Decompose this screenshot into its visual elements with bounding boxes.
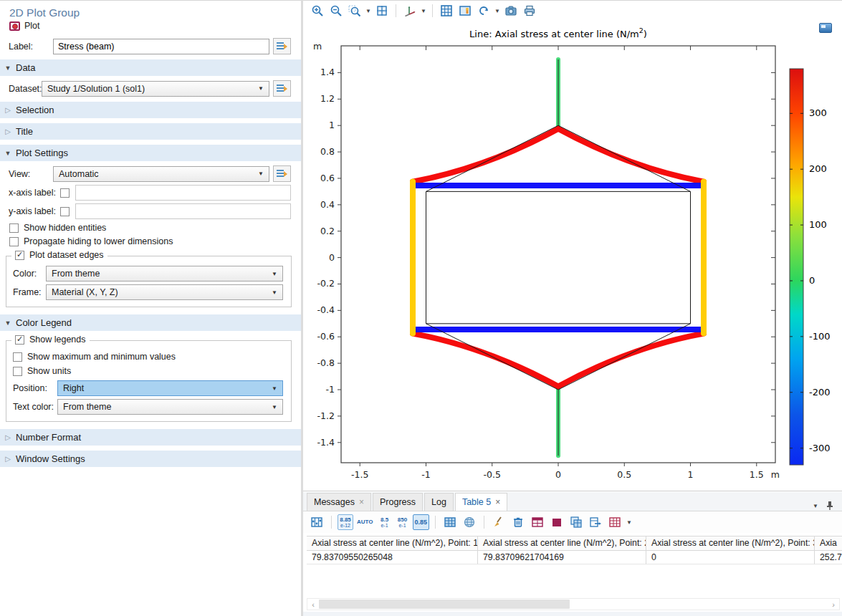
- full-precision-icon[interactable]: [441, 514, 459, 531]
- stress-plot-canvas[interactable]: Line: Axial stress at center line (N/m2)…: [303, 21, 842, 492]
- position-label: Position:: [13, 383, 57, 393]
- show-hidden-checkbox[interactable]: [9, 223, 19, 233]
- svg-text:-300: -300: [809, 443, 831, 453]
- show-units-label: Show units: [27, 366, 71, 376]
- section-plot-settings[interactable]: ▼ Plot Settings: [0, 145, 301, 161]
- display-precision-icon[interactable]: 0.85: [413, 514, 430, 530]
- svg-text:0.8: 0.8: [320, 146, 335, 157]
- tab-messages[interactable]: Messages ×: [307, 493, 371, 511]
- delete-table-icon[interactable]: [509, 514, 527, 531]
- svg-text:-1: -1: [326, 384, 335, 395]
- add-to-table-icon[interactable]: [529, 514, 546, 531]
- section-window-settings[interactable]: ▷ Window Settings: [0, 451, 301, 467]
- show-hidden-label: Show hidden entities: [24, 223, 106, 233]
- tab-progress[interactable]: Progress: [373, 493, 423, 511]
- dataset-combo[interactable]: Study 1/Solution 1 (sol1) ▼: [42, 81, 269, 97]
- go-to-view-button[interactable]: [273, 165, 291, 182]
- grid-icon[interactable]: [438, 2, 455, 19]
- dataset-label: Dataset:: [9, 84, 42, 94]
- table-cell[interactable]: 79.83709621704169: [478, 551, 646, 564]
- tab-list-chevron-icon[interactable]: ▼: [812, 503, 819, 509]
- tab-table5[interactable]: Table 5 ×: [455, 493, 507, 511]
- close-icon[interactable]: ×: [495, 497, 500, 507]
- export-table-icon[interactable]: [587, 514, 604, 531]
- zoom-in-icon[interactable]: [309, 2, 326, 19]
- decimal-notation-icon[interactable]: 8.5 e-1: [377, 514, 393, 530]
- scientific-notation-icon[interactable]: 8.85 e-12: [338, 514, 353, 530]
- close-icon[interactable]: ×: [359, 497, 364, 507]
- settings-panel: 2D Plot Group Plot Label: ▼ Data Dataset…: [0, 0, 301, 616]
- chevron-down-icon[interactable]: ▼: [494, 8, 501, 14]
- legend-toggle-icon[interactable]: [456, 2, 474, 19]
- edge-color-combo[interactable]: From theme ▼: [46, 266, 283, 281]
- propagate-checkbox[interactable]: [9, 237, 19, 246]
- list-arrow-icon: [277, 169, 287, 178]
- auto-notation-icon[interactable]: AUTO: [355, 514, 375, 530]
- expand-icon: ▷: [0, 433, 16, 441]
- frame-combo[interactable]: Material (X, Y, Z) ▼: [46, 284, 283, 300]
- zoom-extents-icon[interactable]: [373, 2, 391, 19]
- dataset-edges-label: Plot dataset edges: [29, 250, 104, 260]
- chevron-down-icon[interactable]: ▼: [365, 8, 372, 14]
- chevron-down-icon[interactable]: ▼: [420, 8, 427, 14]
- svg-text:m: m: [771, 469, 780, 480]
- clear-table-icon[interactable]: [490, 514, 507, 531]
- color-cell-icon[interactable]: [548, 514, 565, 531]
- print-icon[interactable]: [521, 2, 538, 19]
- rename-button[interactable]: [273, 38, 291, 54]
- scrollbar-thumb[interactable]: [319, 600, 570, 609]
- column-header[interactable]: Axial stress at center line (N/m^2), Poi…: [646, 536, 815, 551]
- show-units-checkbox[interactable]: [13, 367, 22, 376]
- table-cell[interactable]: 79.83709550265048: [307, 551, 478, 564]
- dataset-edges-checkbox[interactable]: [15, 251, 24, 260]
- view-orientation-icon[interactable]: [401, 2, 418, 19]
- engineering-notation-icon[interactable]: 850 e-1: [395, 514, 411, 530]
- y-axis-label-checkbox[interactable]: [60, 207, 70, 216]
- tab-log[interactable]: Log: [424, 493, 454, 511]
- graphics-toolbar: ▼ ▼ ▼: [303, 1, 842, 21]
- go-to-source-button[interactable]: [273, 80, 291, 97]
- show-maxmin-checkbox[interactable]: [13, 352, 22, 362]
- scroll-left-icon[interactable]: ‹: [307, 600, 319, 609]
- section-selection[interactable]: ▷ Selection: [0, 102, 301, 118]
- legend-position-combo[interactable]: Right ▼: [57, 380, 283, 396]
- chevron-down-icon[interactable]: ▼: [626, 519, 633, 526]
- globe-icon[interactable]: [461, 514, 478, 531]
- section-color-legend[interactable]: ▼ Color Legend: [0, 314, 301, 331]
- undock-window-icon[interactable]: [819, 23, 832, 33]
- bottom-tab-bar: Messages × Progress Log Table 5 × ▼: [303, 492, 842, 511]
- label-input[interactable]: [53, 39, 269, 54]
- table-format-icon[interactable]: [606, 514, 623, 531]
- expand-icon: ▷: [0, 106, 16, 114]
- zoom-box-icon[interactable]: [346, 2, 363, 19]
- horizontal-scrollbar[interactable]: ‹ ›: [307, 598, 840, 610]
- chevron-down-icon: ▼: [272, 271, 277, 277]
- view-combo[interactable]: Automatic ▼: [53, 166, 269, 182]
- x-axis-label-input[interactable]: [75, 185, 291, 201]
- pin-icon[interactable]: [826, 501, 833, 511]
- text-color-label: Text color:: [13, 402, 57, 412]
- table-settings-icon[interactable]: [308, 514, 325, 531]
- snapshot-icon[interactable]: [502, 2, 520, 19]
- x-axis-label-checkbox[interactable]: [60, 188, 70, 198]
- zoom-out-icon[interactable]: [327, 2, 345, 19]
- plot-button[interactable]: Plot: [9, 21, 40, 31]
- table-cell[interactable]: 0: [646, 551, 815, 564]
- propagate-label: Propagate hiding to lower dimensions: [24, 236, 173, 246]
- table-cell[interactable]: 252.7: [815, 551, 842, 564]
- copy-table-icon[interactable]: [568, 514, 585, 531]
- show-legends-checkbox[interactable]: [15, 335, 24, 345]
- section-title[interactable]: ▷ Title: [0, 123, 301, 140]
- y-axis-label-input[interactable]: [75, 203, 291, 219]
- plot-refresh-icon[interactable]: [475, 2, 492, 19]
- show-maxmin-label: Show maximum and minimum values: [27, 352, 176, 362]
- column-header[interactable]: Axial stress at center line (N/m^2), Poi…: [478, 536, 646, 551]
- section-data[interactable]: ▼ Data: [0, 59, 301, 76]
- scroll-right-icon[interactable]: ›: [828, 600, 839, 609]
- column-header[interactable]: Axial stress at center line (N/m^2), Poi…: [307, 536, 478, 551]
- column-header[interactable]: Axia: [815, 536, 842, 551]
- panel-arrow-icon: [277, 42, 287, 51]
- section-number-format[interactable]: ▷ Number Format: [0, 429, 301, 446]
- svg-text:1.2: 1.2: [320, 93, 335, 104]
- legend-text-color-combo[interactable]: From theme ▼: [57, 399, 283, 415]
